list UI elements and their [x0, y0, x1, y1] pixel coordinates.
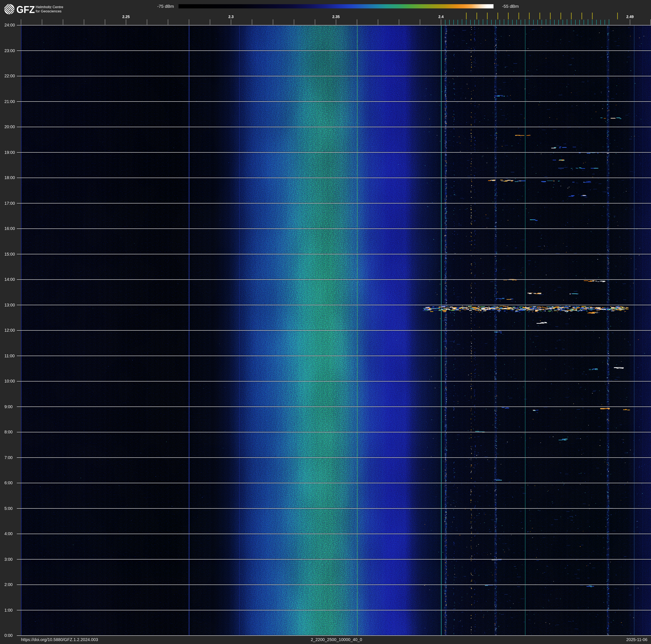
svg-text:GFZ: GFZ [17, 4, 35, 14]
